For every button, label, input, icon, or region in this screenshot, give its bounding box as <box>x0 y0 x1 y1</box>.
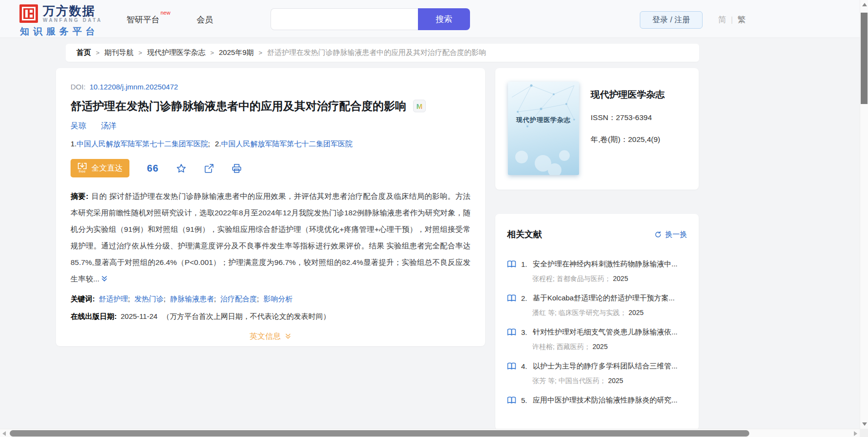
related-item-title-row[interactable]: 5. 应用中医护理技术防治输液性静脉炎的研究... <box>507 396 687 405</box>
related-item-title-row[interactable]: 3. 针对性护理对毛细支气管炎患儿静脉输液依... <box>507 328 687 337</box>
breadcrumb-journal-nav[interactable]: 期刊导航 <box>105 48 134 57</box>
star-icon[interactable] <box>176 163 186 174</box>
related-header: 相关文献 换一换 <box>507 228 687 240</box>
authors-row: 吴琼 汤洋 <box>71 121 470 131</box>
affiliation-link[interactable]: 中国人民解放军陆军第七十二集团军医院 <box>221 140 352 148</box>
author-link[interactable]: 汤洋 <box>101 122 116 130</box>
keywords-label: 关键词: <box>71 295 95 303</box>
login-register-button[interactable]: 登录 / 注册 <box>640 11 703 29</box>
cover-art <box>508 82 579 175</box>
journal-name[interactable]: 现代护理医学杂志 <box>591 88 665 101</box>
related-item: 5. 应用中医护理技术防治输液性静脉炎的研究... <box>507 396 687 419</box>
volume-value: 2025,4(9) <box>628 135 660 143</box>
nav-item-zhiyan[interactable]: 智研平台new <box>127 14 170 25</box>
nav-item-member[interactable]: 会员 <box>197 14 213 25</box>
brand-name-en: WANFANG DATA <box>43 17 102 23</box>
share-icon[interactable] <box>204 163 214 174</box>
related-item: 3. 针对性护理对毛细支气管炎患儿静脉输液依... 许桂榕; 西藏医药；2025 <box>507 328 687 351</box>
related-item-number: 1. <box>521 260 533 268</box>
logo-text-block: 万方数据 WANFANG DATA <box>43 4 102 23</box>
keyword-link[interactable]: 影响分析 <box>263 295 292 303</box>
open-book-icon <box>507 328 516 337</box>
journal-issn: ISSN：2753-6394 <box>591 113 665 123</box>
keyword-link[interactable]: 发热门诊 <box>134 295 163 303</box>
scroll-down-arrow[interactable] <box>862 422 867 426</box>
keyword-separator: ; <box>128 295 130 303</box>
brand-name: 万方数据 <box>43 4 102 17</box>
journal-cover[interactable]: 现代护理医学杂志 <box>508 82 579 175</box>
abstract-block: 摘要:目的 探讨舒适护理在发热门诊静脉输液患者中的应用效果，并评估其对患者治疗配… <box>71 188 470 288</box>
related-item-year: 2025 <box>593 343 608 350</box>
pubdate-label: 在线出版日期: <box>71 312 117 320</box>
lang-traditional[interactable]: 繁 <box>737 15 745 24</box>
related-list: 1. 安全护理在神经内科刺激性药物静脉输液中... 张程程; 首都食品与医药；2… <box>507 260 687 419</box>
nav-zhiyan-label: 智研平台 <box>127 15 160 24</box>
cover-title: 现代护理医学杂志 <box>508 116 579 124</box>
keyword-link[interactable]: 舒适护理 <box>99 295 128 303</box>
related-item-year: 2025 <box>608 377 623 385</box>
affiliation-link[interactable]: 中国人民解放军陆军第七十二集团军医院 <box>77 140 208 148</box>
quote-66-icon[interactable]: 66 <box>147 163 159 174</box>
pubdate-row: 在线出版日期:2025-11-24（万方平台首次上网日期，不代表论文的发表时间） <box>71 312 470 321</box>
horizontal-scrollbar[interactable] <box>0 429 860 437</box>
site-logo[interactable]: 万方数据 WANFANG DATA <box>19 4 102 23</box>
horizontal-scrollbar-thumb[interactable] <box>10 430 749 437</box>
related-item-authors: 张芳 等; 中国当代医药； <box>532 377 606 385</box>
related-item-title: 安全护理在神经内科刺激性药物静脉输液中... <box>533 260 678 269</box>
related-item-meta: 许桂榕; 西藏医药；2025 <box>532 343 687 351</box>
keyword-link[interactable]: 静脉输液患者 <box>170 295 214 303</box>
author-link[interactable]: 吴琼 <box>71 122 86 130</box>
issn-value: 2753-6394 <box>616 113 652 122</box>
related-item: 4. 以护士为主导的静疗多学科团队结合三维管... 张芳 等; 中国当代医药；2… <box>507 362 687 385</box>
journal-info: 现代护理医学杂志 ISSN：2753-6394 年,卷(期)：2025,4(9) <box>591 82 665 176</box>
vertical-scrollbar-thumb[interactable] <box>861 13 868 104</box>
open-book-icon <box>507 260 516 269</box>
free-label: free <box>79 170 86 174</box>
new-badge: new <box>161 10 170 16</box>
article-title: 舒适护理在发热门诊静脉输液患者中的应用及其对治疗配合度的影响 <box>71 99 406 113</box>
related-item-title-row[interactable]: 4. 以护士为主导的静疗多学科团队结合三维管... <box>507 362 687 371</box>
keyword-separator: ; <box>214 295 216 303</box>
open-book-icon <box>507 396 516 405</box>
search-button[interactable]: 搜索 <box>418 8 470 30</box>
printer-icon[interactable] <box>232 163 242 174</box>
volume-label: 年,卷(期)： <box>591 135 628 143</box>
keyword-link[interactable]: 治疗配合度 <box>220 295 257 303</box>
lang-divider: | <box>731 15 733 24</box>
search-input[interactable] <box>271 8 418 30</box>
breadcrumb-issue[interactable]: 2025年9期 <box>219 48 254 57</box>
title-row: 舒适护理在发热门诊静脉输液患者中的应用及其对治疗配合度的影响 M <box>71 99 470 113</box>
related-item: 2. 基于Kolcaba舒适理论的舒适护理干预方案... 潘红 等; 临床医学研… <box>507 294 687 317</box>
related-item-title-row[interactable]: 2. 基于Kolcaba舒适理论的舒适护理干预方案... <box>507 294 687 303</box>
scroll-right-arrow[interactable] <box>854 431 857 436</box>
breadcrumb-separator: > <box>139 49 143 56</box>
related-item-authors: 张程程; 首都食品与医药； <box>532 275 611 282</box>
abstract-text: 目的 探讨舒适护理在发热门诊静脉输液患者中的应用效果，并评估其对患者治疗配合度及… <box>71 192 470 283</box>
vertical-scrollbar[interactable] <box>860 0 868 429</box>
english-info-row: 英文信息 <box>71 332 470 342</box>
m-gradient-icon[interactable]: M <box>413 100 426 112</box>
scroll-left-arrow[interactable] <box>2 431 6 436</box>
doi-label: DOI: <box>71 83 86 91</box>
doi-link[interactable]: 10.12208/j.jmnm.20250472 <box>90 83 178 91</box>
lang-simplified[interactable]: 简 <box>718 15 726 24</box>
english-info-toggle[interactable]: 英文信息 <box>250 332 291 342</box>
affiliation-number: 1. <box>71 140 77 148</box>
scroll-up-arrow[interactable] <box>862 3 867 6</box>
related-item-title: 针对性护理对毛细支气管炎患儿静脉输液依... <box>533 328 678 337</box>
double-chevron-down-icon[interactable] <box>101 272 108 288</box>
breadcrumb-separator: > <box>210 49 214 56</box>
related-item-title: 基于Kolcaba舒适理论的舒适护理干预方案... <box>533 294 675 303</box>
m-badge-letter: M <box>416 102 423 110</box>
keyword-separator: ; <box>163 295 165 303</box>
breadcrumb-journal[interactable]: 现代护理医学杂志 <box>147 48 205 57</box>
affiliations-row: 1.中国人民解放军陆军第七十二集团军医院; 2.中国人民解放军陆军第七十二集团军… <box>71 140 470 149</box>
related-item-meta: 张程程; 首都食品与医药；2025 <box>532 275 687 283</box>
related-item-meta: 潘红 等; 临床医学研究与实践；2025 <box>532 309 687 317</box>
refresh-button[interactable]: 换一换 <box>654 230 687 239</box>
breadcrumb-home[interactable]: 首页 <box>76 48 91 57</box>
fulltext-button[interactable]: free 全文直达 <box>71 159 129 177</box>
related-item-number: 2. <box>521 294 533 302</box>
related-literature-card: 相关文献 换一换 1. 安全护理在神经内科刺激性药物静脉输液中... 张程程; … <box>495 214 699 430</box>
related-item-title-row[interactable]: 1. 安全护理在神经内科刺激性药物静脉输液中... <box>507 260 687 269</box>
